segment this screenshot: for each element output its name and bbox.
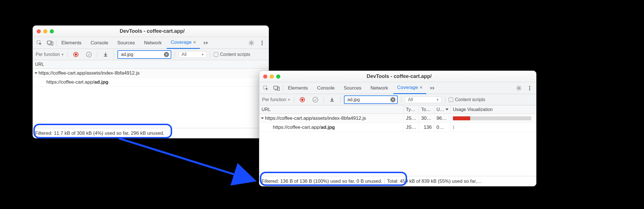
clear-button[interactable] — [84, 50, 94, 59]
device-toolbar-icon[interactable] — [272, 83, 281, 93]
coverage-toolbar: Per function▼ ad.jpg ✕ All▼ Content scri… — [259, 94, 536, 105]
svg-point-12 — [529, 88, 530, 89]
window-titlebar: DevTools - coffee-cart.app/ — [259, 71, 536, 82]
granularity-select[interactable]: Per function▼ — [262, 97, 290, 102]
device-toolbar-icon[interactable] — [45, 38, 55, 48]
coverage-table: https://coffee-cart.app/assets/index-8bf… — [33, 69, 269, 87]
zoom-window-button[interactable] — [50, 29, 54, 33]
coverage-table: https://coffee-cart.app/assets/index-8bf… — [259, 114, 536, 132]
settings-icon[interactable] — [247, 38, 256, 48]
type-filter-select[interactable]: All▼ — [405, 96, 442, 103]
export-icon[interactable] — [327, 95, 337, 104]
tab-console[interactable]: Console — [313, 82, 339, 94]
url-filter-input[interactable]: ad.jpg ✕ — [117, 50, 171, 59]
table-row[interactable]: https://coffee-cart.app/assets/index-8bf… — [259, 114, 536, 123]
more-tabs-icon[interactable] — [201, 38, 211, 48]
inspect-element-icon[interactable] — [261, 83, 271, 93]
svg-rect-8 — [274, 86, 278, 89]
tab-network[interactable]: Network — [140, 37, 166, 49]
record-button[interactable] — [71, 50, 81, 59]
kebab-menu-icon[interactable] — [257, 38, 267, 48]
column-unused[interactable]: U… — [434, 105, 451, 114]
svg-point-13 — [529, 89, 530, 90]
settings-icon[interactable] — [514, 83, 524, 93]
minimize-window-button[interactable] — [270, 75, 274, 79]
clear-button[interactable] — [311, 95, 320, 104]
content-scripts-toggle[interactable]: Content scripts — [449, 97, 485, 102]
column-url[interactable]: URL — [259, 105, 404, 114]
svg-point-10 — [518, 87, 520, 89]
coverage-status-bar: Filtered: 11.7 kB of 308 kB (4%) used so… — [33, 128, 269, 138]
tab-network[interactable]: Network — [367, 82, 392, 94]
tab-coverage[interactable]: Coverage × — [393, 82, 426, 94]
column-type[interactable]: Ty… — [404, 105, 419, 114]
type-filter-select[interactable]: All▼ — [178, 51, 207, 58]
annotation-arrow-icon — [113, 133, 266, 189]
usage-bar — [451, 114, 536, 123]
svg-point-3 — [251, 42, 252, 44]
column-url[interactable]: URL — [33, 60, 269, 68]
tab-console[interactable]: Console — [87, 37, 112, 49]
export-icon[interactable] — [101, 50, 110, 59]
url-filter-input[interactable]: ad.jpg ✕ — [344, 95, 398, 104]
disclosure-triangle-icon[interactable] — [261, 117, 264, 119]
column-visualization[interactable]: Usage Visualization — [451, 105, 536, 114]
devtools-tabstrip: Elements Console Sources Network Coverag… — [259, 82, 536, 94]
table-row[interactable]: https://coffee-cart.app/assets/index-8bf… — [33, 69, 269, 78]
clear-filter-icon[interactable]: ✕ — [390, 97, 395, 102]
window-controls — [263, 75, 280, 79]
column-total[interactable]: To… — [419, 105, 434, 114]
disclosure-triangle-icon[interactable] — [35, 72, 37, 74]
close-window-button[interactable] — [37, 29, 41, 33]
checkbox-icon[interactable] — [214, 52, 218, 57]
more-tabs-icon[interactable] — [427, 83, 437, 93]
close-window-button[interactable] — [263, 75, 267, 79]
status-filtered: Filtered: 136 B of 136 B (100%) used so … — [259, 176, 384, 186]
status-total: Total: 459 kB of 839 kB (55%) used so fa… — [385, 176, 484, 186]
tab-elements[interactable]: Elements — [284, 82, 312, 94]
table-row[interactable]: https://coffee-cart.app/ad.jpg — [33, 78, 269, 87]
svg-rect-1 — [47, 41, 51, 44]
minimize-window-button[interactable] — [43, 29, 47, 33]
svg-point-6 — [262, 44, 263, 45]
table-row[interactable]: https://coffee-cart.app/ad.jpg JS… 136 0… — [259, 123, 536, 132]
url-filter-value: ad.jpg — [347, 97, 389, 102]
status-filtered: Filtered: 11.7 kB of 308 kB (4%) used so… — [33, 128, 166, 138]
coverage-status-bar: Filtered: 136 B of 136 B (100%) used so … — [259, 176, 536, 186]
zoom-window-button[interactable] — [276, 75, 280, 79]
tab-coverage[interactable]: Coverage × — [167, 37, 200, 49]
tab-sources[interactable]: Sources — [113, 37, 139, 49]
svg-point-4 — [262, 41, 263, 42]
content-scripts-toggle[interactable]: Content scripts — [214, 52, 250, 57]
tab-elements[interactable]: Elements — [57, 37, 85, 49]
usage-bar — [451, 123, 536, 132]
coverage-table-header: URL Ty… To… U… Usage Visualization — [259, 105, 536, 114]
checkbox-icon[interactable] — [449, 97, 453, 102]
window-controls — [37, 29, 54, 33]
window-title: DevTools - coffee-cart.app/ — [283, 73, 516, 79]
url-filter-value: ad.jpg — [121, 52, 162, 57]
coverage-table-header: URL — [33, 60, 269, 69]
sort-desc-icon — [446, 108, 448, 110]
svg-point-11 — [529, 86, 530, 87]
tab-sources[interactable]: Sources — [340, 82, 365, 94]
coverage-toolbar: Per function▼ ad.jpg ✕ All▼ Content scri… — [33, 49, 269, 60]
close-tab-icon[interactable]: × — [420, 85, 422, 90]
record-button[interactable] — [298, 95, 307, 104]
granularity-select[interactable]: Per function▼ — [36, 52, 64, 57]
devtools-tabstrip: Elements Console Sources Network Coverag… — [33, 37, 269, 49]
window-titlebar: DevTools - coffee-cart.app/ — [33, 26, 269, 37]
inspect-element-icon[interactable] — [35, 38, 44, 48]
svg-point-5 — [262, 42, 263, 43]
window-title: DevTools - coffee-cart.app/ — [56, 28, 248, 34]
clear-filter-icon[interactable]: ✕ — [164, 52, 169, 57]
kebab-menu-icon[interactable] — [525, 83, 534, 93]
close-tab-icon[interactable]: × — [193, 40, 196, 45]
